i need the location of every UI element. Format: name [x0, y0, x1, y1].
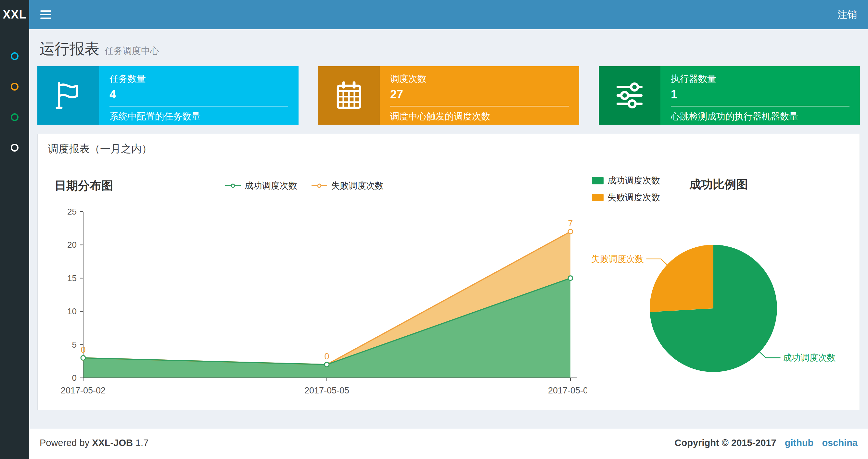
content-header: 运行报表 任务调度中心: [29, 29, 868, 66]
card-title: 任务数量: [110, 73, 288, 85]
svg-text:2017-05-08: 2017-05-08: [548, 386, 587, 395]
main-content: 运行报表 任务调度中心 任务数量 4 系统中配置的任务数量: [29, 29, 868, 459]
pie-chart-section: 成功调度次数 失败调度次数 成功比例图 成功调度次数失败调度次数: [587, 173, 850, 406]
calendar-icon: [318, 66, 380, 125]
panel-title: 调度报表（一月之内）: [38, 134, 860, 164]
svg-text:5: 5: [72, 340, 77, 350]
sidebar: [0, 29, 29, 459]
stat-cards-row: 任务数量 4 系统中配置的任务数量 调度次数 27 调度中心: [29, 66, 868, 125]
card-divider: [110, 106, 288, 106]
logout-link[interactable]: 注销: [837, 8, 857, 22]
circle-icon: [11, 144, 19, 152]
page-subtitle: 任务调度中心: [104, 45, 159, 57]
card-value: 27: [390, 88, 569, 101]
sidebar-item-4[interactable]: [0, 132, 29, 163]
svg-text:失败调度次数: 失败调度次数: [591, 254, 644, 264]
legend-item-fail[interactable]: 失败调度次数: [312, 180, 384, 192]
svg-text:成功调度次数: 成功调度次数: [783, 353, 836, 363]
sidebar-toggle-button[interactable]: [40, 10, 51, 19]
line-chart-legend: 成功调度次数 失败调度次数: [225, 180, 384, 192]
circle-icon: [11, 52, 19, 60]
legend-label: 成功调度次数: [608, 175, 660, 186]
stat-card-triggers: 调度次数 27 调度中心触发的调度次数: [318, 66, 579, 125]
circle-icon: [11, 83, 19, 91]
card-description: 系统中配置的任务数量: [110, 110, 288, 123]
swatch-icon: [592, 194, 603, 201]
circle-icon: [11, 113, 19, 121]
line-chart-title: 日期分布图: [55, 178, 113, 194]
card-title: 执行器数量: [671, 73, 849, 85]
sliders-icon: [599, 66, 660, 125]
oschina-link[interactable]: oschina: [822, 437, 858, 448]
legend-label: 成功调度次数: [245, 180, 297, 192]
legend-item-fail[interactable]: 失败调度次数: [592, 192, 660, 203]
github-link[interactable]: github: [785, 437, 814, 448]
line-marker-icon: [225, 183, 241, 189]
svg-text:20: 20: [67, 240, 77, 250]
line-chart-section: 日期分布图 成功调度次数: [48, 173, 587, 406]
pie-chart-legend: 成功调度次数 失败调度次数: [592, 175, 660, 203]
card-description: 调度中心触发的调度次数: [390, 110, 569, 123]
svg-text:10: 10: [67, 306, 77, 316]
stat-card-jobs: 任务数量 4 系统中配置的任务数量: [37, 66, 299, 125]
flag-icon: [37, 66, 99, 125]
sidebar-item-1[interactable]: [0, 41, 29, 71]
legend-item-success[interactable]: 成功调度次数: [592, 175, 660, 186]
svg-text:2017-05-05: 2017-05-05: [304, 386, 349, 395]
legend-item-success[interactable]: 成功调度次数: [225, 180, 297, 192]
menu-icon: [40, 10, 51, 12]
copyright-text: Copyright © 2015-2017: [675, 437, 776, 448]
svg-text:7: 7: [568, 219, 573, 228]
legend-label: 失败调度次数: [608, 192, 660, 203]
card-divider: [390, 106, 569, 106]
powered-by-text: Powered by XXL-JOB 1.7: [40, 437, 149, 448]
footer: Powered by XXL-JOB 1.7 Copyright © 2015-…: [29, 429, 868, 459]
card-value: 1: [671, 88, 849, 101]
svg-text:0: 0: [72, 373, 77, 383]
card-title: 调度次数: [390, 73, 569, 85]
sidebar-item-2[interactable]: [0, 71, 29, 102]
card-divider: [671, 106, 849, 106]
swatch-icon: [592, 177, 603, 185]
svg-text:0: 0: [324, 352, 329, 361]
stat-card-executors: 执行器数量 1 心跳检测成功的执行器机器数量: [599, 66, 860, 125]
card-description: 心跳检测成功的执行器机器数量: [671, 110, 849, 123]
line-marker-icon: [312, 183, 327, 189]
sidebar-item-3[interactable]: [0, 102, 29, 132]
svg-text:0: 0: [81, 345, 86, 355]
page-title: 运行报表: [40, 39, 99, 59]
report-panel: 调度报表（一月之内） 日期分布图 成功调度次数: [37, 134, 860, 410]
pie-chart-title: 成功比例图: [689, 176, 748, 193]
success-ratio-chart: 成功调度次数失败调度次数: [587, 204, 850, 406]
svg-text:25: 25: [67, 207, 77, 217]
date-distribution-chart: 05101520252017-05-022017-05-052017-05-08…: [48, 199, 587, 406]
legend-label: 失败调度次数: [331, 180, 384, 192]
card-value: 4: [110, 88, 288, 101]
top-navbar: XXL 注销: [0, 0, 868, 29]
svg-text:15: 15: [67, 273, 77, 283]
app-logo[interactable]: XXL: [0, 0, 29, 29]
svg-text:2017-05-02: 2017-05-02: [61, 386, 105, 395]
